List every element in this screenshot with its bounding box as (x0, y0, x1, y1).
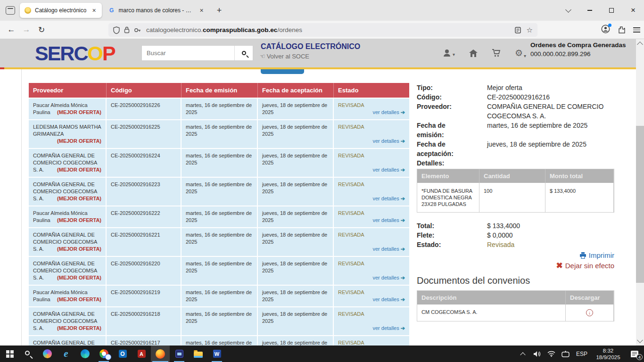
search-button[interactable] (234, 46, 253, 60)
taskbar-scan-app-icon[interactable] (170, 346, 189, 362)
accept-date-cell: jueves, 18 de septiembre de 2025 (258, 336, 334, 346)
detail-field-row: Proveedor:COMPAÑIA GENERAL DE COMERCIO C… (417, 102, 614, 121)
field-label: Código: (417, 92, 464, 102)
tracking-shield-icon[interactable] (113, 26, 120, 34)
account-icon[interactable] (601, 25, 610, 35)
view-details-link[interactable]: ver detalles ➔ (372, 217, 405, 224)
extensions-puzzle-icon[interactable] (618, 26, 626, 34)
order-code-cell: CE-20250002916220 (107, 257, 182, 285)
accept-date-cell: jueves, 18 de septiembre de 2025 (258, 228, 334, 256)
forward-button[interactable]: → (19, 25, 34, 34)
documents-rows: CM COGECOMSA S. A.↓ (417, 304, 614, 321)
action-center-button[interactable]: 4 (625, 346, 644, 362)
tab-close-icon[interactable]: × (199, 7, 205, 14)
status-badge: REVISADA (338, 210, 405, 217)
site-header: SERCOP CATÁLOGO ELECTRÓNICO ☜Volver al S… (0, 39, 636, 67)
volume-icon[interactable] (530, 346, 544, 362)
partial-button[interactable] (261, 69, 304, 74)
field-value: CE-20250002916216 (487, 92, 614, 102)
reload-button[interactable]: ↻ (34, 25, 49, 35)
lock-icon[interactable] (124, 26, 130, 33)
view-details-link[interactable]: ver detalles ➔ (372, 325, 405, 332)
detail-field-row: Fecha de emisión:martes, 16 de septiembr… (417, 121, 614, 140)
view-details-link[interactable]: ver detalles ➔ (372, 296, 405, 303)
reader-mode-icon[interactable] (515, 27, 521, 33)
scroll-up-arrow-icon[interactable] (637, 41, 643, 48)
taskbar-firefox-icon[interactable] (151, 346, 170, 362)
wifi-icon[interactable] (544, 346, 558, 362)
status-cell: REVISADAver detalles ➔ (334, 99, 409, 119)
best-offer-label: (MEJOR OFERTA) (57, 274, 101, 281)
total-value: $ 133,4000 (487, 221, 614, 230)
firefox-view-icon[interactable] (6, 6, 15, 15)
menu-hamburger-icon[interactable] (633, 27, 640, 33)
field-value: Mejor oferta (487, 83, 614, 92)
sercop-logo[interactable]: SERCOP (35, 42, 115, 65)
window-minimize-button[interactable] (579, 0, 601, 21)
status-badge: REVISADA (338, 339, 405, 346)
taskbar-start-icon[interactable] (0, 346, 19, 362)
order-code-cell: CE-20250002916223 (107, 178, 182, 206)
back-button[interactable]: ← (4, 25, 19, 34)
taskbar-search-icon[interactable] (19, 346, 38, 362)
provider-cell: COMPAÑIA GENERAL DE COMERCIO COGECOMSA S… (29, 336, 107, 346)
taskbar-copilot-icon[interactable] (38, 346, 57, 362)
taskbar-edge-icon[interactable] (75, 346, 94, 362)
user-menu-button[interactable]: ▾ (443, 49, 455, 57)
total-value: Revisada (487, 240, 614, 249)
key-permissions-icon[interactable] (134, 27, 141, 33)
tray-expand-chevron-icon[interactable] (516, 346, 530, 362)
taskbar: eOAW ESP 8:32 18/9/2025 4 (0, 346, 644, 362)
print-link[interactable]: Imprimir (579, 251, 614, 259)
field-value (487, 158, 614, 168)
field-value: jueves, 18 de septiembre de 2025 (487, 140, 614, 158)
status-cell: REVISADAver detalles ➔ (334, 149, 409, 177)
document-download-cell[interactable]: ↓ (566, 304, 614, 321)
scrollbar-thumb[interactable] (636, 126, 644, 283)
window-close-button[interactable]: × (622, 0, 644, 21)
window-maximize-button[interactable] (601, 0, 622, 21)
view-details-link[interactable]: ver detalles ➔ (372, 195, 405, 202)
order-code-cell: CE-20250002916218 (107, 307, 182, 335)
meet-now-icon[interactable] (558, 346, 572, 362)
list-tabs-chevron-icon[interactable] (565, 7, 571, 13)
tab-close-icon[interactable]: × (91, 7, 97, 14)
view-details-link[interactable]: ver detalles ➔ (372, 109, 405, 116)
cart-button[interactable] (492, 49, 501, 57)
page-scrollbar[interactable] (636, 39, 644, 346)
status-cell: REVISADAver detalles ➔ (334, 120, 409, 148)
view-details-link[interactable]: ver detalles ➔ (372, 274, 405, 281)
site-search (141, 45, 253, 61)
order-code-cell: CE-20250002916217 (107, 336, 182, 346)
scroll-down-arrow-icon[interactable] (637, 337, 643, 343)
taskbar-internet-explorer-icon[interactable]: e (57, 346, 75, 362)
view-details-link[interactable]: ver detalles ➔ (372, 166, 405, 173)
settings-menu-button[interactable]: ⚙ ▾ (515, 48, 526, 58)
detail-field-row: Fecha de aceptación:jueves, 18 de septie… (417, 140, 614, 158)
accept-date-cell: jueves, 18 de septiembre de 2025 (258, 149, 334, 177)
taskbar-outlook-icon[interactable]: O (113, 346, 132, 362)
field-label: Tipo: (417, 83, 464, 92)
issue-date-cell: martes, 16 de septiembre de 2025 (182, 286, 258, 306)
volver-soce-link[interactable]: ☜Volver al SOCE (260, 53, 309, 60)
clock[interactable]: 8:32 18/9/2025 (591, 347, 625, 361)
account-info: Ordenes de Compra Generadas 000.000.002.… (530, 41, 632, 58)
taskbar-file-explorer-icon[interactable] (189, 346, 207, 362)
url-bar[interactable]: catalogoelectronico.compraspublicas.gob.… (108, 23, 537, 37)
tab-catalogo[interactable]: Catálogo electrónico × (20, 3, 102, 18)
void-order-link[interactable]: ✖ Dejar sin efecto (556, 262, 614, 270)
taskbar-word-icon[interactable]: W (207, 346, 226, 362)
total-label: Total: (417, 221, 483, 230)
language-indicator[interactable]: ESP (572, 351, 591, 357)
taskbar-acrobat-icon[interactable]: A (132, 346, 151, 362)
bookmark-star-icon[interactable]: ☆ (527, 26, 533, 34)
tab-google-search[interactable]: G marco manos de colores - Busca × (104, 3, 209, 18)
view-details-link[interactable]: ver detalles ➔ (372, 138, 405, 145)
view-details-link[interactable]: ver detalles ➔ (372, 246, 405, 253)
download-icon[interactable]: ↓ (586, 309, 593, 316)
taskbar-chrome-icon[interactable] (94, 346, 113, 362)
status-badge: REVISADA (338, 152, 405, 159)
new-tab-button[interactable]: + (211, 6, 228, 16)
search-input[interactable] (142, 46, 234, 60)
home-button[interactable] (469, 49, 478, 57)
